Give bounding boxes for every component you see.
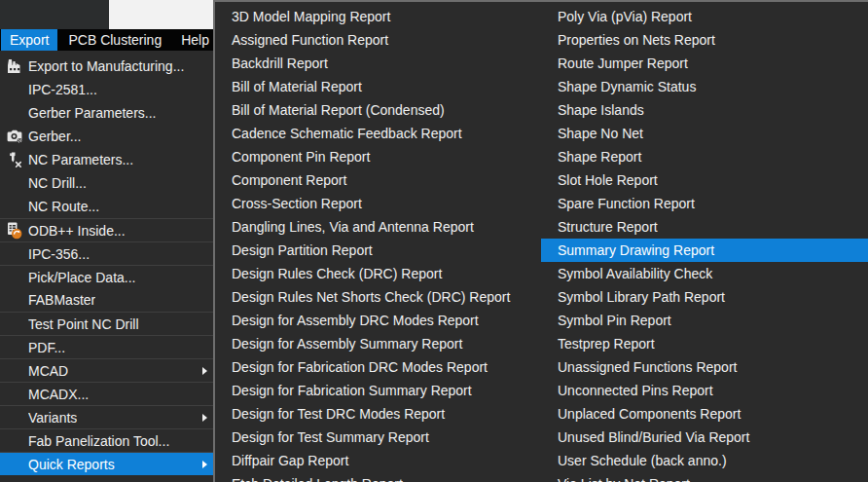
quick-report-item-design-for-test-drc-modes-report[interactable]: Design for Test DRC Modes Report — [215, 402, 541, 426]
quick-report-item-testprep-report[interactable]: Testprep Report — [541, 332, 868, 355]
quick-report-item-summary-drawing-report[interactable]: Summary Drawing Report — [541, 239, 868, 262]
quick-report-item-bill-of-material-report[interactable]: Bill of Material Report — [215, 75, 541, 98]
export-menu-item-fab-panelization-tool[interactable]: Fab Panelization Tool... — [0, 428, 213, 452]
export-menu-item-variants[interactable]: Variants — [0, 405, 213, 428]
quick-report-item-component-pin-report[interactable]: Component Pin Report — [215, 145, 541, 168]
quick-report-item-shape-dynamic-status[interactable]: Shape Dynamic Status — [541, 75, 868, 98]
quick-report-item-design-for-assembly-summary-report[interactable]: Design for Assembly Summary Report — [215, 332, 541, 355]
submenu-arrow-icon — [202, 461, 207, 468]
quick-report-item-symbol-library-path-report[interactable]: Symbol Library Path Report — [541, 285, 868, 309]
quick-report-item-design-partition-report[interactable]: Design Partition Report — [215, 239, 541, 262]
quick-report-item-symbol-availability-check[interactable]: Symbol Availability Check — [541, 262, 868, 285]
quick-reports-column-2: Poly Via (pVia) ReportProperties on Nets… — [541, 5, 868, 482]
menu-item-label: IPC-2581... — [28, 82, 97, 97]
quick-report-item-component-report[interactable]: Component Report — [215, 168, 541, 192]
submenu-arrow-icon — [202, 414, 207, 422]
quick-report-item-backdrill-report[interactable]: Backdrill Report — [215, 52, 541, 75]
app-canvas-area — [109, 0, 213, 29]
quick-report-item-shape-islands[interactable]: Shape Islands — [541, 98, 868, 122]
menu-item-label: Gerber... — [28, 129, 81, 144]
quick-report-item-unconnected-pins-report[interactable]: Unconnected Pins Report — [541, 379, 868, 402]
export-menu-item-nc-drill[interactable]: NC Drill... — [0, 171, 213, 195]
quick-report-item-poly-via-pvia-report[interactable]: Poly Via (pVia) Report — [541, 5, 868, 28]
menu-item-label: MCADX... — [28, 387, 89, 402]
quick-report-item-structure-report[interactable]: Structure Report — [541, 215, 868, 239]
quick-report-item-etch-detailed-length-report[interactable]: Etch Detailed Length Report — [215, 472, 541, 482]
factory-icon — [0, 56, 28, 76]
quick-report-item-design-for-test-summary-report[interactable]: Design for Test Summary Report — [215, 426, 541, 449]
quick-report-item-slot-hole-report[interactable]: Slot Hole Report — [541, 168, 868, 192]
export-menu-item-odb-inside[interactable]: ODB++ Inside... — [0, 218, 213, 241]
quick-report-item-shape-no-net[interactable]: Shape No Net — [541, 122, 868, 145]
quick-report-item-design-rules-net-shorts-check-drc-report[interactable]: Design Rules Net Shorts Check (DRC) Repo… — [215, 285, 541, 309]
menubar-item-help[interactable]: Help — [172, 29, 218, 51]
quick-report-item-design-for-assembly-drc-modes-report[interactable]: Design for Assembly DRC Modes Report — [215, 309, 541, 332]
menu-item-label: NC Drill... — [28, 175, 87, 191]
menu-item-label: Fab Panelization Tool... — [28, 433, 169, 449]
menu-item-label: MCAD — [28, 363, 68, 379]
quick-report-item-symbol-pin-report[interactable]: Symbol Pin Report — [541, 309, 868, 332]
quick-reports-submenu: 3D Model Mapping ReportAssigned Function… — [213, 0, 868, 482]
menu-item-label: NC Parameters... — [28, 152, 133, 167]
export-menu-item-pick-place-data[interactable]: Pick/Place Data... — [0, 265, 213, 288]
odb-icon — [0, 221, 28, 241]
menu-item-label: FABMaster — [28, 292, 95, 308]
quick-report-item-cross-section-report[interactable]: Cross-Section Report — [215, 192, 541, 215]
export-menu-item-nc-parameters[interactable]: NC Parameters... — [0, 148, 213, 171]
quick-report-item-bill-of-material-report-condensed[interactable]: Bill of Material Report (Condensed) — [215, 98, 541, 122]
quick-report-item-design-for-fabrication-summary-report[interactable]: Design for Fabrication Summary Report — [215, 379, 541, 402]
menu-item-label: Pick/Place Data... — [28, 270, 136, 285]
export-menu-item-mcadx[interactable]: MCADX... — [0, 382, 213, 405]
export-menu-item-gerber[interactable]: Gerber... — [0, 125, 213, 148]
menu-item-label: Quick Reports — [28, 457, 115, 472]
quick-report-item-dangling-lines-via-and-antenna-report[interactable]: Dangling Lines, Via and Antenna Report — [215, 215, 541, 239]
quick-report-item-cadence-schematic-feedback-report[interactable]: Cadence Schematic Feedback Report — [215, 122, 541, 145]
quick-report-item-properties-on-nets-report[interactable]: Properties on Nets Report — [541, 28, 868, 52]
export-menu-item-quick-reports[interactable]: Quick Reports — [0, 452, 213, 475]
export-dropdown-menu: Export to Manufacturing...IPC-2581...Ger… — [0, 51, 213, 482]
quick-report-item-assigned-function-report[interactable]: Assigned Function Report — [215, 28, 541, 52]
export-menu-item-pdf[interactable]: PDF... — [0, 335, 213, 358]
menubar-item-pcb-clustering[interactable]: PCB Clustering — [59, 29, 170, 51]
export-menu-item-mcad[interactable]: MCAD — [0, 358, 213, 382]
export-menu-item-nc-route[interactable]: NC Route... — [0, 195, 213, 218]
menu-item-label: NC Route... — [28, 199, 99, 214]
export-menu-item-ipc-2581[interactable]: IPC-2581... — [0, 78, 213, 101]
menu-item-label: IPC-356... — [28, 246, 90, 262]
quick-report-item-unplaced-components-report[interactable]: Unplaced Components Report — [541, 402, 868, 426]
quick-report-item-via-list-by-net-report[interactable]: Via List by Net Report — [541, 472, 868, 482]
quick-report-item-design-for-fabrication-drc-modes-report[interactable]: Design for Fabrication DRC Modes Report — [215, 355, 541, 379]
quick-report-item-user-schedule-back-anno[interactable]: User Schedule (back anno.) — [541, 449, 868, 472]
quick-report-item-unassigned-functions-report[interactable]: Unassigned Functions Report — [541, 355, 868, 379]
quick-reports-column-1: 3D Model Mapping ReportAssigned Function… — [215, 5, 541, 482]
export-menu-item-ipc-356[interactable]: IPC-356... — [0, 241, 213, 265]
quick-report-item-unused-blind-buried-via-report[interactable]: Unused Blind/Buried Via Report — [541, 426, 868, 449]
export-menu-item-gerber-parameters[interactable]: Gerber Parameters... — [0, 101, 213, 125]
menu-item-label: Variants — [28, 410, 77, 426]
quick-report-item-route-jumper-report[interactable]: Route Jumper Report — [541, 52, 868, 75]
quick-report-item-diffpair-gap-report[interactable]: Diffpair Gap Report — [215, 449, 541, 472]
camera-icon — [0, 127, 28, 146]
menubar-item-export[interactable]: Export — [1, 29, 57, 51]
submenu-arrow-icon — [202, 367, 207, 375]
menu-item-label: Gerber Parameters... — [28, 105, 157, 121]
export-menu-item-test-point-nc-drill[interactable]: Test Point NC Drill — [0, 312, 213, 335]
export-menu-item-fabmaster[interactable]: FABMaster — [0, 288, 213, 312]
quick-report-item-spare-function-report[interactable]: Spare Function Report — [541, 192, 868, 215]
quick-report-item-design-rules-check-drc-report[interactable]: Design Rules Check (DRC) Report — [215, 262, 541, 285]
drill-icon — [0, 150, 28, 169]
export-menu-item-export-to-manufacturing[interactable]: Export to Manufacturing... — [0, 55, 213, 78]
menu-bar: ExportPCB ClusteringHelp — [0, 29, 213, 51]
quick-report-item-3d-model-mapping-report[interactable]: 3D Model Mapping Report — [215, 5, 541, 28]
menu-item-label: Test Point NC Drill — [28, 316, 139, 332]
menu-item-label: ODB++ Inside... — [28, 223, 126, 239]
menu-item-label: Export to Manufacturing... — [28, 58, 184, 74]
quick-report-item-shape-report[interactable]: Shape Report — [541, 145, 868, 168]
menu-item-label: PDF... — [28, 340, 65, 355]
